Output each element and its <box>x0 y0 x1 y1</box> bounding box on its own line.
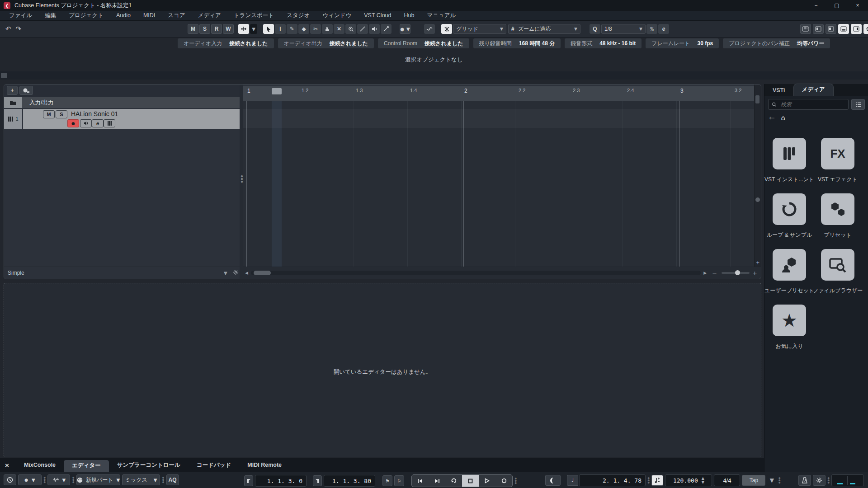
tempo-track-icon[interactable] <box>651 475 663 486</box>
record-enable-button[interactable]: ● <box>67 119 79 127</box>
primary-time-display[interactable]: 2. 1. 4. 78 <box>580 474 646 486</box>
setup-toolbar-gear-icon[interactable] <box>863 24 868 34</box>
mute-tool[interactable]: ✕ <box>334 24 344 34</box>
monitor-button[interactable] <box>80 119 92 127</box>
menu-hub[interactable]: Hub <box>398 11 421 20</box>
io-folder-track[interactable]: 入力/出力 <box>4 97 240 108</box>
right-locator-field[interactable]: 1. 1. 3. 80 <box>324 475 375 487</box>
zoom-slider[interactable] <box>722 272 750 274</box>
tile-favorites[interactable]: ★ <box>773 305 806 336</box>
back-icon[interactable]: ← <box>769 114 775 122</box>
autoscroll-options-icon[interactable]: ▼ <box>250 24 257 34</box>
left-locator-flag-icon[interactable] <box>244 475 253 486</box>
audio-record-mode-dropdown[interactable]: ▼ <box>47 474 70 485</box>
edit-channel-button[interactable]: e <box>92 119 104 127</box>
menu-window[interactable]: ウィンドウ <box>316 11 358 20</box>
scroll-right-icon[interactable]: ▶ <box>703 271 707 275</box>
tile-presets[interactable] <box>821 193 854 225</box>
vertical-zoom-in-icon[interactable]: + <box>756 260 760 265</box>
track-solo-button[interactable]: S <box>56 110 67 118</box>
snap-type-dropdown[interactable]: グリッド▼ <box>453 24 506 34</box>
write-automation-button[interactable]: W <box>223 24 234 34</box>
menu-project[interactable]: プロジェクト <box>62 11 110 20</box>
vertical-scrollbar[interactable]: + <box>754 84 761 267</box>
event-grid[interactable] <box>243 101 755 267</box>
iterative-quantize-icon[interactable]: ％ <box>646 24 657 34</box>
range-selection-tool[interactable]: I <box>275 24 286 34</box>
transport-gear-icon[interactable] <box>813 475 826 486</box>
record-mode-dropdown[interactable]: ●▼ <box>18 474 42 485</box>
erase-tool[interactable]: ◆ <box>298 24 309 34</box>
divider-handle[interactable] <box>1 73 7 78</box>
mute-all-button[interactable]: M <box>188 24 198 34</box>
ramp-tool[interactable] <box>381 24 392 34</box>
object-selection-tool[interactable] <box>263 24 274 34</box>
auto-fade-curve-icon[interactable] <box>424 24 435 34</box>
tab-midi-remote[interactable]: MIDI Remote <box>239 459 290 471</box>
redo-icon[interactable]: ↷ <box>16 25 22 33</box>
list-view-icon[interactable] <box>851 99 865 110</box>
tab-media[interactable]: メディア <box>793 84 834 96</box>
minimize-button[interactable]: − <box>806 0 826 11</box>
media-search-input[interactable] <box>780 101 836 108</box>
tab-chord-pads[interactable]: コードパッド <box>189 459 239 472</box>
onscreen-keyboard-icon[interactable] <box>800 24 811 34</box>
undo-icon[interactable]: ↶ <box>5 25 11 33</box>
draw-tool[interactable]: ✎ <box>287 24 297 34</box>
track-mute-button[interactable]: M <box>43 110 55 118</box>
footer-caret-icon[interactable]: ▼ <box>224 271 227 276</box>
menu-transport[interactable]: トランスポート <box>227 11 280 20</box>
menu-edit[interactable]: 編集 <box>38 11 62 20</box>
project-cursor-handle[interactable] <box>272 88 282 94</box>
horizontal-scroll-handle[interactable] <box>254 271 271 275</box>
jog-shuttle-icon[interactable] <box>545 475 561 486</box>
play-button[interactable] <box>479 475 495 487</box>
menu-midi[interactable]: MIDI <box>137 11 161 20</box>
line-tool[interactable] <box>357 24 368 34</box>
zoom-slider-knob[interactable] <box>735 270 740 275</box>
time-signature-field[interactable]: 4/4 <box>714 474 740 486</box>
home-icon[interactable]: ⌂ <box>781 114 786 122</box>
zoom-in-icon[interactable]: + <box>752 270 757 277</box>
tile-user-presets[interactable] <box>773 249 806 281</box>
constrain-delay-icon[interactable] <box>4 474 16 485</box>
quantize-preset-dropdown[interactable]: 1/8▼ <box>601 24 646 34</box>
mix-dropdown[interactable]: ミックス▼ <box>122 474 160 485</box>
framerate-chip[interactable]: フレームレート30 fps <box>646 38 719 48</box>
go-to-end-button[interactable] <box>429 475 445 487</box>
punch-out-icon[interactable]: ⚐ <box>394 475 404 486</box>
tile-vst-instruments[interactable] <box>773 138 806 169</box>
track-list-splitter[interactable]: ●●● <box>240 84 243 279</box>
tab-editor[interactable]: エディター <box>64 460 109 472</box>
go-to-start-button[interactable] <box>412 475 429 487</box>
cycle-button[interactable] <box>445 475 462 487</box>
close-lower-zone-icon[interactable]: × <box>5 462 9 469</box>
split-tool[interactable]: ✂ <box>310 24 321 34</box>
timeline-ruler[interactable]: 1 1.2 1.3 1.4 2 2.2 2.3 2.4 3 3.2 <box>243 86 755 101</box>
snap-on-off-icon[interactable] <box>441 24 452 34</box>
track-name[interactable]: HALion Sonic 01 <box>71 110 118 117</box>
zoom-out-icon[interactable]: − <box>712 270 717 277</box>
scroll-left-icon[interactable]: ◀ <box>245 271 248 275</box>
quantize-panel-icon[interactable]: e <box>658 24 669 34</box>
tile-vst-effects[interactable]: FX <box>821 138 854 169</box>
vertical-zoom-knob[interactable] <box>755 197 760 202</box>
media-search-box[interactable] <box>768 99 849 110</box>
left-locator-field[interactable]: 1. 1. 3. 0 <box>255 475 307 487</box>
left-zone-toggle-icon[interactable] <box>813 24 824 34</box>
color-tool[interactable]: ●▼ <box>400 24 410 34</box>
autoscroll-icon[interactable] <box>238 24 249 34</box>
menu-file[interactable]: ファイル <box>3 11 38 20</box>
tile-file-browser[interactable] <box>821 249 854 281</box>
new-part-dropdown[interactable]: 新規パート▼ <box>76 474 120 485</box>
track-preset-button[interactable] <box>19 86 33 95</box>
lower-zone-toggle-icon[interactable] <box>838 24 849 34</box>
menu-media[interactable]: メディア <box>192 11 227 20</box>
vertical-scroll-handle[interactable] <box>755 95 760 103</box>
play-tool[interactable] <box>369 24 380 34</box>
metronome-icon[interactable] <box>798 475 811 486</box>
primary-time-format-icon[interactable]: ♩ <box>567 475 578 486</box>
tab-vsti[interactable]: VSTi <box>764 85 793 96</box>
track-view-preset-label[interactable]: Simple <box>8 270 24 276</box>
zoom-tool[interactable] <box>345 24 356 34</box>
